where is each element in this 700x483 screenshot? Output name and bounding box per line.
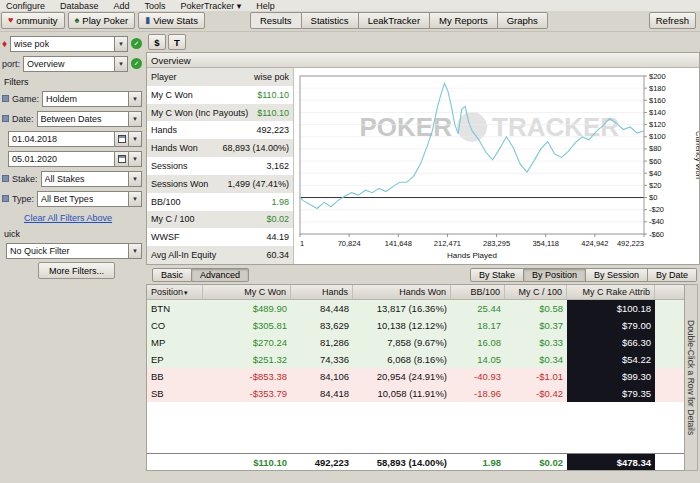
- stat-value: 492,223: [256, 125, 289, 135]
- clear-filters-link[interactable]: Clear All Filters Above: [24, 213, 142, 223]
- table-row[interactable]: MP$270.2481,2867,858 (9.67%)16.08$0.33$6…: [147, 334, 684, 351]
- currency-toggle-button[interactable]: $: [148, 34, 166, 50]
- svg-text:424,942: 424,942: [581, 239, 608, 248]
- view-stats-button[interactable]: ▮View Stats: [138, 12, 205, 29]
- more-filters-button[interactable]: More Filters...: [38, 262, 115, 279]
- stake-select[interactable]: All Stakes: [41, 171, 142, 187]
- chevron-down-icon[interactable]: [114, 57, 127, 71]
- cell: EP: [147, 351, 203, 368]
- quick-filter-select[interactable]: No Quick Filter: [6, 243, 142, 259]
- game-label: Game:: [12, 94, 39, 104]
- chevron-down-icon[interactable]: [128, 152, 141, 166]
- column-header-my-c-rake-attrib[interactable]: My C Rake Attrib: [567, 285, 655, 299]
- menu-item-configure[interactable]: Configure: [6, 1, 45, 11]
- chevron-down-icon[interactable]: [128, 192, 141, 206]
- svg-text:$160: $160: [649, 96, 666, 105]
- cell: 16.08: [451, 334, 505, 351]
- calendar-glyph: [118, 135, 126, 143]
- chevron-down-icon[interactable]: [128, 172, 141, 186]
- tab-statistics[interactable]: Statistics: [302, 12, 359, 29]
- ommunity-button[interactable]: ♥ommunity: [1, 12, 65, 29]
- chevron-down-icon[interactable]: [128, 112, 141, 126]
- tab-by-session[interactable]: By Session: [586, 268, 648, 282]
- menu-item-database[interactable]: Database: [60, 1, 99, 11]
- tab-graphs[interactable]: Graphs: [498, 12, 548, 29]
- svg-text:-$40: -$40: [649, 217, 664, 226]
- filter-sidebar: ♦ wise pok port: Overview Filters Game:: [0, 32, 146, 483]
- stat-label: Sessions Won: [151, 179, 208, 189]
- chevron-down-icon[interactable]: [128, 92, 141, 106]
- cell: 20,954 (24.91%): [353, 368, 451, 385]
- game-select[interactable]: Holdem: [42, 91, 142, 107]
- cell: SB: [147, 385, 203, 402]
- stat-row: Hands492,223: [147, 121, 293, 139]
- report-select[interactable]: Overview: [23, 56, 128, 72]
- date-mode-select[interactable]: Between Dates: [37, 111, 142, 127]
- svg-text:-$20: -$20: [649, 205, 664, 214]
- bet-type-select[interactable]: All Bet Types: [37, 191, 142, 207]
- player-icon: ♦: [2, 39, 7, 49]
- svg-text:$100: $100: [649, 132, 666, 141]
- column-header-my-c-100[interactable]: My C / 100: [505, 285, 567, 299]
- tab-basic[interactable]: Basic: [152, 268, 192, 282]
- menu-item-tools[interactable]: Tools: [145, 1, 166, 11]
- chevron-down-icon[interactable]: [114, 37, 127, 51]
- tab-leaktracker[interactable]: LeakTracker: [359, 12, 430, 29]
- date-to-value: 05.01.2020: [12, 154, 57, 164]
- date-label: Date:: [12, 114, 34, 124]
- cell: 84,418: [291, 385, 353, 402]
- cell: $79.35: [567, 385, 655, 402]
- table-row[interactable]: SB-$353.7984,41810,058 (11.91%)-18.96-$0…: [147, 385, 684, 402]
- view-stats-icon: ▮: [145, 16, 150, 25]
- date-to-input[interactable]: 05.01.2020: [8, 151, 142, 167]
- table-row[interactable]: BTN$489.9084,44813,817 (16.36%)25.44$0.5…: [147, 300, 684, 317]
- stat-value: $110.10: [257, 90, 289, 100]
- column-header-bb-100[interactable]: BB/100: [451, 285, 505, 299]
- report-body: PositionMy C WonHandsHands WonBB/100My C…: [146, 284, 698, 471]
- community-icon: ♥: [8, 16, 13, 25]
- player-select[interactable]: wise pok: [10, 36, 128, 52]
- stat-row: Avg All-In Equity60.34: [147, 246, 293, 264]
- total-cell: $0.02: [505, 454, 567, 470]
- date-from-input[interactable]: 01.04.2018: [8, 131, 142, 147]
- menu-item-pokertracker[interactable]: PokerTracker ▾: [181, 1, 242, 11]
- column-header-my-c-won[interactable]: My C Won: [203, 285, 291, 299]
- tab-my-reports[interactable]: My Reports: [430, 12, 498, 29]
- column-header-hands[interactable]: Hands: [291, 285, 353, 299]
- calendar-icon[interactable]: [114, 132, 128, 146]
- tab-advanced[interactable]: Advanced: [192, 268, 249, 282]
- table-row[interactable]: BB-$853.3884,10620,954 (24.91%)-40.93-$1…: [147, 368, 684, 385]
- tab-by-stake[interactable]: By Stake: [470, 268, 524, 282]
- cell: 13,817 (16.36%): [353, 300, 451, 317]
- x-axis-label: Hands Played: [447, 251, 497, 260]
- cell: 84,106: [291, 368, 353, 385]
- cell: -18.96: [451, 385, 505, 402]
- menu-item-help[interactable]: Help: [256, 1, 275, 11]
- menu-item-add[interactable]: Add: [114, 1, 130, 11]
- stat-row: Playerwise pok: [147, 68, 293, 86]
- cell: 74,336: [291, 351, 353, 368]
- play-poker-button[interactable]: ♠Play Poker: [68, 12, 136, 29]
- calendar-icon[interactable]: [114, 152, 128, 166]
- text-toggle-button[interactable]: T: [168, 34, 186, 50]
- total-cell: $478.34: [567, 454, 655, 470]
- refresh-button[interactable]: Refresh: [649, 12, 696, 29]
- chevron-down-icon[interactable]: [128, 132, 141, 146]
- column-header-hands-won[interactable]: Hands Won: [353, 285, 451, 299]
- svg-text:$200: $200: [649, 72, 666, 81]
- tab-by-position[interactable]: By Position: [524, 268, 586, 282]
- column-header-position[interactable]: Position: [147, 285, 203, 299]
- stat-label: Hands Won: [151, 143, 198, 153]
- pokertracker-window: ConfigureDatabaseAddToolsPokerTracker ▾H…: [0, 0, 700, 483]
- svg-text:283,295: 283,295: [483, 239, 510, 248]
- cell: CO: [147, 317, 203, 334]
- watermark-logo: [457, 112, 487, 142]
- chevron-down-icon[interactable]: [128, 244, 141, 258]
- game-select-value: Holdem: [46, 94, 77, 104]
- table-row[interactable]: EP$251.3274,3366,068 (8.16%)14.05$0.34$5…: [147, 351, 684, 368]
- tab-by-date[interactable]: By Date: [648, 268, 697, 282]
- table-row[interactable]: CO$305.8183,62910,138 (12.12%)18.17$0.37…: [147, 317, 684, 334]
- quick-filter-value: No Quick Filter: [10, 246, 70, 256]
- date-from-row: 01.04.2018: [2, 130, 142, 147]
- tab-results[interactable]: Results: [250, 12, 302, 29]
